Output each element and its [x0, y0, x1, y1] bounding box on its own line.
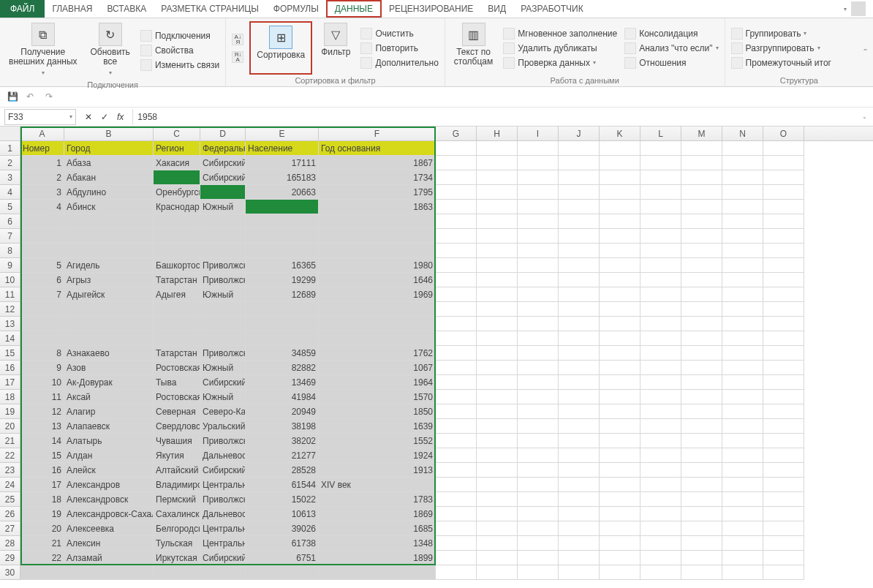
cell[interactable] — [477, 478, 518, 492]
cell[interactable]: Тульская — [154, 536, 200, 551]
row-header[interactable]: 16 — [0, 361, 20, 375]
cell[interactable] — [518, 448, 559, 463]
cell[interactable] — [763, 346, 804, 361]
column-header-H[interactable]: H — [477, 127, 518, 140]
cell[interactable]: Ростовская — [154, 390, 200, 404]
cell[interactable]: 6 — [20, 273, 64, 287]
column-headers[interactable]: ABCDEFGHIJKLMNO — [20, 127, 873, 141]
cell[interactable] — [154, 317, 200, 331]
cell[interactable] — [518, 185, 559, 200]
cell[interactable]: 34859 — [246, 346, 319, 361]
cell[interactable]: 1899 — [319, 551, 436, 565]
cell[interactable] — [559, 404, 600, 419]
cell[interactable] — [559, 361, 600, 375]
row-header[interactable]: 6 — [0, 214, 20, 229]
tab-page-layout[interactable]: РАЗМЕТКА СТРАНИЦЫ — [154, 0, 266, 18]
cell[interactable] — [559, 375, 600, 390]
cell[interactable] — [763, 478, 804, 492]
cell[interactable] — [681, 170, 722, 185]
cell[interactable]: Чувашия — [154, 434, 200, 448]
cell[interactable]: 17111 — [246, 156, 319, 170]
cell[interactable] — [436, 200, 477, 214]
cell[interactable]: 21 — [20, 536, 64, 551]
cell[interactable] — [600, 141, 640, 156]
remove-duplicates-button[interactable]: Удалить дубликаты — [502, 42, 619, 55]
cell[interactable] — [518, 521, 559, 536]
cell[interactable] — [559, 346, 600, 361]
column-header-J[interactable]: J — [559, 127, 600, 140]
cell[interactable]: Свердловская — [154, 419, 200, 434]
cell[interactable]: 1762 — [319, 346, 436, 361]
cell[interactable] — [559, 331, 600, 346]
ungroup-button[interactable]: Разгруппировать ▾ — [730, 42, 833, 55]
row-header[interactable]: 24 — [0, 478, 20, 492]
cell[interactable]: Северная — [154, 404, 200, 419]
cell[interactable] — [559, 287, 600, 302]
cell[interactable] — [640, 361, 681, 375]
cell[interactable]: Оренбургская область — [154, 185, 200, 200]
cell[interactable] — [640, 536, 681, 551]
cell[interactable]: Алзамай — [64, 551, 154, 565]
cell[interactable] — [763, 390, 804, 404]
cell[interactable] — [477, 229, 518, 244]
row-header[interactable]: 5 — [0, 200, 20, 214]
cell[interactable] — [154, 214, 200, 229]
cell[interactable] — [559, 565, 600, 580]
cell[interactable]: Абакан — [64, 170, 154, 185]
cell[interactable] — [722, 200, 763, 214]
cell[interactable] — [246, 317, 319, 331]
cell[interactable] — [681, 448, 722, 463]
cell[interactable] — [722, 478, 763, 492]
cell[interactable]: 1863 — [319, 200, 436, 214]
cell[interactable] — [681, 492, 722, 507]
cell[interactable] — [319, 331, 436, 346]
cell[interactable] — [600, 536, 640, 551]
cell[interactable] — [763, 565, 804, 580]
cell[interactable]: Абаза — [64, 156, 154, 170]
cell[interactable] — [640, 492, 681, 507]
cell[interactable]: Абдулино — [64, 185, 154, 200]
cell[interactable]: Владимирская — [154, 478, 200, 492]
tab-view[interactable]: ВИД — [480, 0, 513, 18]
cell[interactable] — [722, 536, 763, 551]
row-header[interactable]: 26 — [0, 507, 20, 521]
cell[interactable] — [640, 170, 681, 185]
cell[interactable]: 61738 — [246, 536, 319, 551]
account-icon[interactable] — [851, 1, 866, 16]
cell[interactable] — [600, 375, 640, 390]
cell[interactable] — [436, 390, 477, 404]
cell[interactable] — [477, 463, 518, 478]
cell[interactable] — [477, 170, 518, 185]
cell[interactable]: 1969 — [319, 287, 436, 302]
cell[interactable] — [722, 331, 763, 346]
row-header[interactable]: 28 — [0, 536, 20, 551]
tab-formulas[interactable]: ФОРМУЛЫ — [266, 0, 326, 18]
cell[interactable] — [640, 521, 681, 536]
cell[interactable] — [518, 214, 559, 229]
cell[interactable]: 1795 — [319, 185, 436, 200]
cell[interactable] — [20, 302, 64, 317]
save-icon[interactable]: 💾 — [7, 91, 19, 103]
cell[interactable] — [722, 361, 763, 375]
cell[interactable] — [559, 536, 600, 551]
column-header-K[interactable]: K — [600, 127, 640, 140]
cell[interactable]: 1850 — [319, 404, 436, 419]
row-header[interactable]: 10 — [0, 273, 20, 287]
cell[interactable] — [640, 317, 681, 331]
cell[interactable]: Центральный — [200, 536, 246, 551]
tab-home[interactable]: ГЛАВНАЯ — [45, 0, 99, 18]
subtotal-button[interactable]: Промежуточный итог — [730, 56, 833, 69]
cell[interactable] — [722, 141, 763, 156]
cell[interactable] — [559, 419, 600, 434]
cell[interactable] — [640, 375, 681, 390]
cell[interactable]: Южный — [200, 287, 246, 302]
row-header[interactable]: 2 — [0, 156, 20, 170]
cell[interactable] — [436, 346, 477, 361]
cell[interactable] — [436, 302, 477, 317]
cell[interactable]: 15 — [20, 448, 64, 463]
cell[interactable] — [722, 565, 763, 580]
cell[interactable]: Краснодарский — [154, 200, 200, 214]
cell[interactable]: 20663 — [246, 185, 319, 200]
cell[interactable] — [640, 273, 681, 287]
cell[interactable] — [681, 536, 722, 551]
